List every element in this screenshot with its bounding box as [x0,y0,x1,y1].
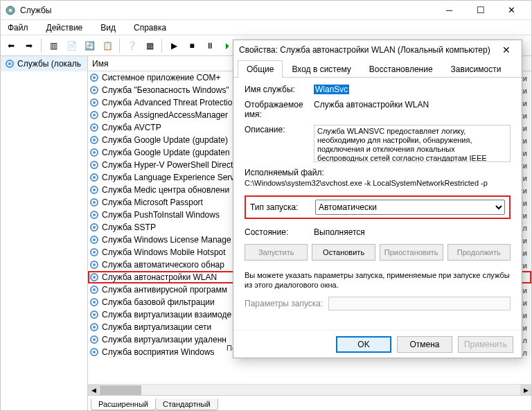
gear-icon [89,335,99,344]
service-name-label: Служба Google Update (gupdate) [102,135,228,145]
label-exec-file: Исполняемый файл: [245,168,511,177]
forward-icon[interactable]: ➡ [21,38,37,53]
stop-icon[interactable]: ■ [184,38,200,53]
gear-icon [89,310,99,320]
tab-extended[interactable]: Расширенный [91,399,156,410]
service-name-label: Служба виртуализации взаимоде [102,310,231,320]
service-name-label: Служба базовой фильтрации [102,297,215,307]
gear-icon [89,85,99,95]
label-display-name: Отображаемое имя: [245,100,314,119]
dialog-title: Свойства: Служба автонастройки WLAN (Лок… [239,45,497,55]
label-startup-type: Тип запуска: [250,202,315,212]
cancel-button[interactable]: Отмена [397,336,452,353]
service-control-buttons: Запустить Остановить Приостановить Продо… [245,244,511,261]
startup-type-select[interactable]: Автоматически [315,200,505,215]
toolbar-separator [119,39,120,53]
menu-view[interactable]: Вид [96,21,120,34]
resume-button[interactable]: Продолжить [447,244,511,261]
dialog-titlebar: Свойства: Служба автонастройки WLAN (Лок… [233,40,522,60]
svg-point-31 [93,238,96,241]
value-description[interactable]: Служба WLANSVC предоставляет логику, нео… [314,125,511,162]
svg-point-1 [9,9,12,12]
service-name-label: Служба автоматического обнар [102,260,224,270]
dialog-tabs: Общие Вход в систему Восстановление Зави… [233,60,522,78]
tab-dependencies[interactable]: Зависимости [442,60,511,78]
svg-point-29 [93,226,96,229]
service-name-label: Служба антивирусной программ [102,285,227,295]
svg-point-43 [93,313,96,316]
service-name-label: Служба Windows Mobile Hotspot [102,247,226,257]
tab-logon[interactable]: Вход в систему [283,60,360,78]
menubar: Файл Действие Вид Справка [1,20,531,35]
properties-icon[interactable]: 📄 [64,38,79,53]
scroll-left-icon[interactable]: ◀ [88,385,99,396]
menu-action[interactable]: Действие [42,21,87,34]
menu-help[interactable]: Справка [130,21,170,34]
gear-icon [89,247,99,257]
back-icon[interactable]: ⬅ [3,38,19,53]
gear-icon [89,73,99,82]
tree-root-services[interactable]: Службы (локаль [1,56,87,71]
service-name-label: Служба Microsoft Passport [102,198,203,207]
menu-file[interactable]: Файл [3,21,33,34]
dialog-close-button[interactable]: ✕ [497,44,516,55]
minimize-button[interactable]: ─ [434,1,465,20]
export-icon[interactable]: 📋 [100,38,115,53]
value-service-name[interactable]: WlanSvc [314,85,349,94]
gear-icon [89,198,99,207]
tab-standard[interactable]: Стандартный [155,399,218,410]
services-node-icon [5,59,15,69]
scroll-right-icon[interactable]: ▶ [520,385,531,396]
svg-point-35 [93,263,96,266]
svg-point-45 [93,326,96,329]
value-state: Выполняется [314,227,365,237]
service-name-label: Служба Language Experience Serv [102,173,234,182]
gear-icon [89,297,99,307]
tab-general[interactable]: Общие [238,60,283,78]
label-state: Состояние: [245,227,314,237]
value-display-name: Служба автонастройки WLAN [314,100,511,110]
gear-icon [89,160,99,170]
svg-point-15 [93,139,96,141]
gear-icon [89,173,99,182]
column-header-name[interactable]: Имя [92,59,231,69]
horizontal-scrollbar[interactable]: ◀ ▶ [88,384,531,395]
ok-button[interactable]: OK [336,336,391,353]
gear-icon [89,185,99,195]
service-name-label: Служба Google Update (gupdaten [102,148,230,157]
service-name-label: Служба AVCTP [102,123,161,132]
service-name-label: Служба виртуализации сети [102,322,211,332]
gear-icon [89,98,99,107]
gear-icon [89,135,99,145]
service-name-label: Системное приложение COM+ [102,73,221,82]
play-icon[interactable]: ▶ [166,38,181,53]
svg-point-33 [93,251,96,254]
stop-button[interactable]: Остановить [312,244,375,261]
show-hide-tree-icon[interactable]: ▥ [46,38,61,53]
close-button[interactable]: ✕ [496,1,527,20]
svg-point-11 [93,114,96,116]
start-button[interactable]: Запустить [245,244,308,261]
start-params-input[interactable] [328,297,511,311]
svg-point-47 [93,338,96,341]
pause-icon[interactable]: ⏸ [202,38,218,53]
properties2-icon[interactable]: ▦ [142,38,157,53]
svg-point-9 [93,101,96,104]
titlebar: Службы ─ ☐ ✕ [1,1,531,20]
value-exec-path: C:\Windows\system32\svchost.exe -k Local… [245,179,511,187]
svg-point-17 [93,151,96,154]
refresh-icon[interactable]: 🔄 [82,38,97,53]
service-name-label: Служба Hyper-V PowerShell Direct [102,160,233,170]
pause-button[interactable]: Приостановить [380,244,443,261]
scroll-thumb[interactable] [100,385,141,395]
service-name-label: Служба виртуализации удаленн [102,335,227,344]
tree-root-label: Службы (локаль [17,59,81,69]
help-icon[interactable]: ❔ [124,38,139,53]
apply-button[interactable]: Применить [458,336,513,353]
tab-recovery[interactable]: Восстановление [360,60,442,78]
maximize-button[interactable]: ☐ [465,1,496,20]
svg-point-25 [93,201,96,204]
svg-point-7 [93,89,96,91]
service-name-label: Служба Advanced Threat Protectio [102,98,232,107]
svg-point-23 [93,189,96,191]
